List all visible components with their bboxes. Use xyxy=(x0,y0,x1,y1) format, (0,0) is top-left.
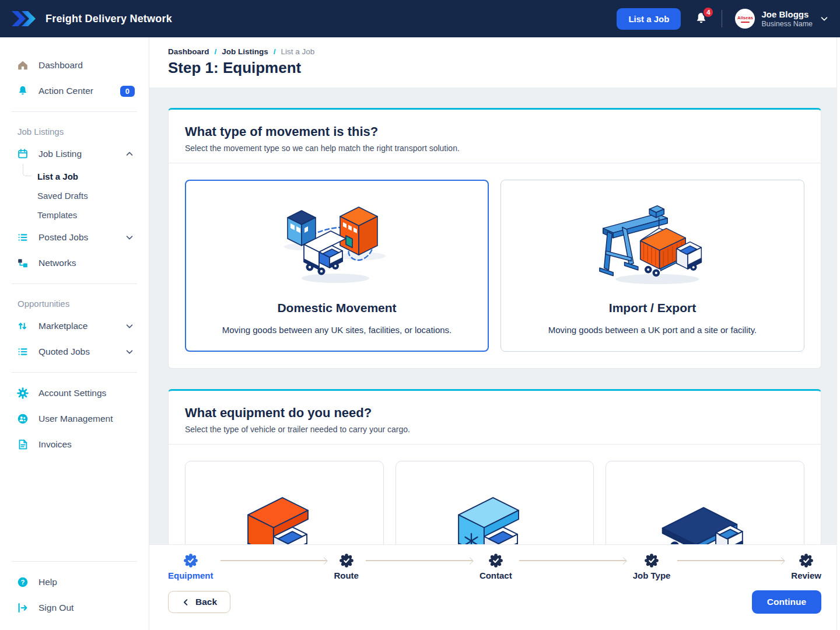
wizard-footer: Equipment Route Contact Job Type xyxy=(149,544,840,630)
tree-connector xyxy=(23,164,31,176)
sidebar-item-invoices[interactable]: Invoices xyxy=(0,432,149,457)
import-export-illustration xyxy=(589,199,717,289)
chevron-up-icon xyxy=(124,149,135,159)
seal-check-icon xyxy=(340,554,354,568)
bell-icon xyxy=(16,85,29,97)
movement-option-import-export[interactable]: Import / Export Moving goods between a U… xyxy=(501,180,804,352)
breadcrumb-job-listings[interactable]: Job Listings xyxy=(222,47,268,56)
arrows-updown-icon xyxy=(16,320,29,332)
movement-option-domestic[interactable]: Domestic Movement Moving goods between a… xyxy=(185,180,489,352)
help-icon: ? xyxy=(16,576,29,589)
domestic-movement-illustration xyxy=(270,199,404,289)
sidebar-label: Saved Drafts xyxy=(37,191,88,201)
avatar-brand-text: Allseas xyxy=(737,15,753,20)
import-export-description: Moving goods between a UK port and a sit… xyxy=(548,325,757,335)
sidebar-item-job-listing[interactable]: Job Listing xyxy=(0,141,149,167)
sidebar-label: Dashboard xyxy=(38,60,83,71)
sidebar-section-opportunities: Opportunities xyxy=(0,292,149,313)
seal-check-icon xyxy=(799,554,813,568)
movement-card-subtitle: Select the movement type so we can help … xyxy=(185,144,804,153)
brand: Freight Delivery Network xyxy=(12,10,172,27)
step-label: Job Type xyxy=(633,570,671,580)
seal-check-icon xyxy=(184,554,198,568)
main-content: Dashboard / Job Listings / List a Job St… xyxy=(149,37,840,630)
sidebar-item-networks[interactable]: Networks xyxy=(0,250,149,276)
back-button-label: Back xyxy=(195,597,217,607)
sidebar-divider xyxy=(12,284,137,284)
equipment-card-title: What equipment do you need? xyxy=(185,405,804,421)
page-header: Dashboard / Job Listings / List a Job St… xyxy=(149,37,840,88)
chevron-left-icon xyxy=(181,598,190,607)
sidebar-item-templates[interactable]: Templates xyxy=(0,205,149,225)
notification-count-badge: 4 xyxy=(702,6,714,18)
sidebar-item-quoted-jobs[interactable]: Quoted Jobs xyxy=(0,339,149,365)
movement-type-card: What type of movement is this? Select th… xyxy=(168,108,821,369)
sidebar-label: Posted Jobs xyxy=(38,232,88,243)
topbar: Freight Delivery Network List a Job 4 Al… xyxy=(0,0,840,37)
sidebar-item-action-center[interactable]: Action Center 0 xyxy=(0,78,149,104)
stepper-arrow xyxy=(519,560,626,561)
step-equipment[interactable]: Equipment xyxy=(168,554,214,580)
equipment-card-subtitle: Select the type of vehicle or trailer ne… xyxy=(185,425,804,434)
users-icon xyxy=(16,412,29,425)
list-icon xyxy=(16,231,29,244)
sidebar-label: Networks xyxy=(38,258,76,268)
page-title: Step 1: Equipment xyxy=(168,59,821,77)
step-label: Route xyxy=(334,570,359,580)
breadcrumb-dashboard[interactable]: Dashboard xyxy=(168,47,209,56)
sidebar-item-posted-jobs[interactable]: Posted Jobs xyxy=(0,225,149,250)
user-name: Joe Bloggs xyxy=(761,9,813,20)
step-route[interactable]: Route xyxy=(334,554,359,580)
app-window: { "colors": { "topbar_bg": "#16284a", "p… xyxy=(0,0,840,630)
sidebar-section-job-listings: Job Listings xyxy=(0,120,149,141)
sidebar-item-user-management[interactable]: User Management xyxy=(0,406,149,432)
signout-icon xyxy=(16,601,29,614)
sidebar-label: Invoices xyxy=(38,439,72,450)
step-review[interactable]: Review xyxy=(791,554,821,580)
continue-button[interactable]: Continue xyxy=(752,590,821,614)
chevron-down-icon xyxy=(819,13,830,24)
notification-bell-icon[interactable]: 4 xyxy=(694,11,709,26)
sidebar-label: Help xyxy=(38,577,57,587)
sidebar-label: Action Center xyxy=(38,86,93,96)
network-icon xyxy=(16,257,29,270)
step-label: Review xyxy=(791,570,821,580)
list-a-job-button[interactable]: List a Job xyxy=(617,8,681,30)
domestic-movement-title: Domestic Movement xyxy=(277,301,396,315)
movement-card-title: What type of movement is this? xyxy=(185,124,804,139)
chevron-down-icon xyxy=(124,346,135,357)
breadcrumb: Dashboard / Job Listings / List a Job xyxy=(168,47,821,56)
step-contact[interactable]: Contact xyxy=(480,554,512,580)
svg-text:?: ? xyxy=(21,579,25,586)
user-menu[interactable]: Allseas Joe Bloggs Business Name xyxy=(735,9,830,29)
stepper-arrow xyxy=(677,560,784,561)
breadcrumb-separator: / xyxy=(215,47,217,56)
invoice-icon xyxy=(16,438,29,451)
sidebar-label: Sign Out xyxy=(38,603,74,613)
action-center-badge: 0 xyxy=(120,86,135,97)
topbar-divider xyxy=(722,10,722,27)
sidebar-item-dashboard[interactable]: Dashboard xyxy=(0,52,149,78)
back-button[interactable]: Back xyxy=(168,591,230,613)
sidebar-item-saved-drafts[interactable]: Saved Drafts xyxy=(0,186,149,205)
avatar-brand-bar xyxy=(741,22,750,23)
logo-icon xyxy=(12,10,38,27)
sidebar-divider xyxy=(12,111,137,112)
list-icon xyxy=(16,345,29,358)
app-title: Freight Delivery Network xyxy=(46,13,172,25)
home-icon xyxy=(16,59,29,72)
breadcrumb-separator: / xyxy=(274,47,276,56)
domestic-movement-description: Moving goods between any UK sites, facil… xyxy=(222,325,452,335)
sidebar-item-help[interactable]: ? Help xyxy=(0,569,149,595)
import-export-title: Import / Export xyxy=(609,301,696,315)
sidebar-label: User Management xyxy=(38,414,113,424)
sidebar-item-account-settings[interactable]: Account Settings xyxy=(0,380,149,406)
user-business-name: Business Name xyxy=(761,20,813,28)
sidebar-item-marketplace[interactable]: Marketplace xyxy=(0,313,149,339)
step-job-type[interactable]: Job Type xyxy=(633,554,671,580)
sidebar-label: List a Job xyxy=(37,172,78,181)
scrollbar[interactable] xyxy=(836,37,840,630)
sidebar-item-sign-out[interactable]: Sign Out xyxy=(0,595,149,621)
sidebar-item-list-a-job[interactable]: List a Job xyxy=(0,167,149,186)
step-label: Equipment xyxy=(168,570,214,580)
